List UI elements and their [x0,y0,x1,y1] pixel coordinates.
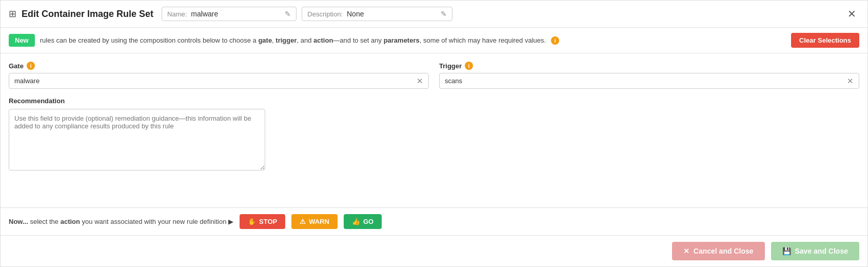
name-label: Name: [167,10,187,18]
gate-group: Gate i malware ✕ [9,62,429,89]
trigger-select-wrap[interactable]: scans ✕ [439,73,859,89]
action-row: Now... select the action you want associ… [1,207,867,235]
gate-label: Gate i [9,62,429,70]
warn-icon: ⚠ [300,218,306,225]
new-button[interactable]: New [9,34,35,47]
trigger-label: Trigger i [439,62,859,70]
stop-button[interactable]: ✋ STOP [240,214,285,229]
header-inputs: Name: ✎ Description: ✎ [162,7,836,21]
modal-header: ⊞ Edit Container Image Rule Set Name: ✎ … [1,1,867,28]
gate-select-wrap[interactable]: malware ✕ [9,73,429,89]
stop-icon: ✋ [248,218,256,225]
trigger-value: scans [445,77,843,85]
modal-container: ⊞ Edit Container Image Rule Set Name: ✎ … [0,0,868,267]
gate-clear-button[interactable]: ✕ [417,77,423,85]
name-input-wrap: Name: ✎ [162,7,297,21]
warn-button[interactable]: ⚠ WARN [291,214,338,229]
name-input[interactable] [191,10,281,18]
action-description: Now... select the action you want associ… [9,218,233,225]
description-input-wrap: Description: ✎ [302,7,452,21]
close-button[interactable]: ✕ [844,7,859,21]
save-icon: 💾 [782,247,791,255]
go-icon: 👍 [352,218,360,225]
gate-info-icon[interactable]: i [27,62,35,70]
gate-value: malware [14,77,412,85]
grid-icon: ⊞ [9,8,16,20]
description-input[interactable] [347,10,437,18]
title-area: ⊞ Edit Container Image Rule Set [9,8,153,20]
description-label: Description: [307,10,343,18]
main-content: Gate i malware ✕ Trigger i scans ✕ [1,53,867,207]
fields-row: Gate i malware ✕ Trigger i scans ✕ [9,62,859,89]
trigger-info-icon[interactable]: i [465,62,473,70]
go-button[interactable]: 👍 GO [344,214,382,229]
toolbar-info-icon[interactable]: i [551,36,559,45]
description-edit-icon[interactable]: ✎ [441,10,447,18]
recommendation-label: Recommendation [9,97,859,105]
toolbar: New rules can be created by using the co… [1,28,867,53]
recommendation-textarea[interactable] [9,109,265,170]
trigger-clear-button[interactable]: ✕ [847,77,854,85]
toolbar-description: rules can be created by using the compos… [40,36,546,44]
trigger-group: Trigger i scans ✕ [439,62,859,89]
cancel-icon: ✕ [683,247,689,255]
footer: ✕ Cancel and Close 💾 Save and Close [1,235,867,266]
clear-selections-button[interactable]: Clear Selections [791,33,859,48]
save-close-button[interactable]: 💾 Save and Close [771,242,860,260]
cancel-close-button[interactable]: ✕ Cancel and Close [672,242,765,260]
name-edit-icon[interactable]: ✎ [285,10,291,18]
modal-title: Edit Container Image Rule Set [22,9,153,20]
